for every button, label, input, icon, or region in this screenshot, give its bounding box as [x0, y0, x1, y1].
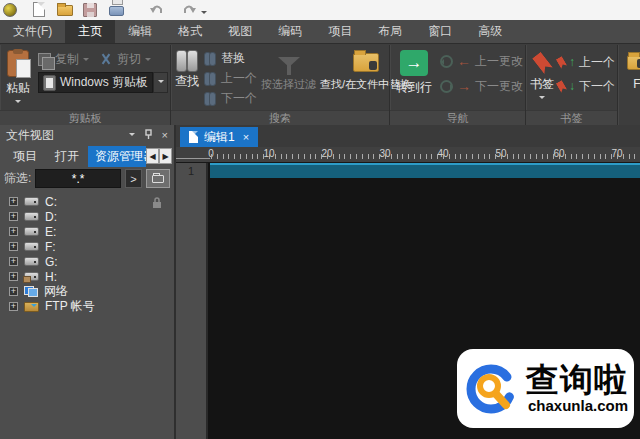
menu-home[interactable]: 主页 [65, 20, 115, 43]
drive-icon [24, 242, 39, 251]
tree-item-drive-e[interactable]: +E: [0, 224, 174, 239]
menu-format[interactable]: 格式 [165, 20, 215, 43]
tab-open[interactable]: 打开 [46, 146, 88, 167]
print-button[interactable] [109, 2, 125, 18]
ftp-folder-icon [24, 302, 39, 312]
find-in-files-icon [353, 53, 379, 72]
watermark-domain: chaxunla.com [528, 397, 628, 414]
prev-bookmark-button[interactable]: ↑ 上一个 [558, 53, 615, 71]
menu-file[interactable]: 文件(F) [0, 20, 65, 43]
open-file-button[interactable] [57, 2, 73, 18]
expand-icon[interactable]: + [9, 257, 18, 266]
tree-item-drive-h[interactable]: +H: [0, 269, 174, 284]
next-bookmark-icon [556, 79, 568, 92]
file-view-tabs: 项目 打开 资源管理器 ◀ ▶ [0, 146, 174, 166]
filter-apply-button[interactable]: > [125, 169, 142, 188]
line-number: 1 [188, 165, 194, 177]
close-panel-button[interactable]: × [162, 130, 168, 141]
explorer-tree: +C: +D: +E: +F: +G: +H: +网络 +FTP 帐号 [0, 191, 174, 439]
prev-change-arrow-icon: ← [457, 54, 471, 68]
search-group-label: 搜索 [171, 110, 389, 125]
next-change-button[interactable]: → 下一更改 [440, 77, 523, 95]
expand-icon[interactable]: + [9, 242, 18, 251]
filter-row: 筛选: > [0, 166, 174, 191]
save-icon [83, 3, 97, 17]
menu-encoding[interactable]: 编码 [265, 20, 315, 43]
prev-change-button[interactable]: ← 上一更改 [440, 52, 523, 70]
next-bookmark-button[interactable]: ↓ 下一个 [558, 77, 615, 95]
expand-icon[interactable]: + [9, 272, 18, 281]
clipboard-combo[interactable]: Windows 剪贴板 [38, 72, 153, 93]
save-button[interactable] [83, 2, 99, 18]
paste-button[interactable]: 粘贴 [4, 48, 32, 110]
filter-label: 筛选: [4, 170, 31, 187]
ruler-mark: 30 [379, 148, 390, 159]
browse-folder-button[interactable] [146, 169, 170, 188]
document-tab[interactable]: 编辑1 × [180, 127, 258, 147]
ruler-mark: 10 [263, 148, 274, 159]
find-prev-button[interactable]: 上一个 [203, 69, 257, 87]
clipboard-combo-dropdown[interactable] [153, 72, 168, 93]
expand-icon[interactable]: + [9, 287, 18, 296]
next-change-arrow-icon: → [457, 79, 471, 93]
menu-project[interactable]: 项目 [315, 20, 365, 43]
ribbon-group-ftp-partial: F [618, 45, 640, 125]
tab-scroll-right-button[interactable]: ▶ [159, 148, 172, 164]
undo-button[interactable] [149, 2, 165, 18]
tree-item-ftp-accounts[interactable]: +FTP 帐号 [0, 299, 174, 314]
redo-button[interactable] [181, 2, 197, 18]
ribbon-group-search: 查找 替换 上一个 下一个 按选择过滤 [171, 45, 390, 125]
new-file-icon [33, 2, 45, 17]
tab-scroll-left-button[interactable]: ◀ [146, 148, 159, 164]
paste-icon [7, 50, 29, 77]
find-next-button[interactable]: 下一个 [203, 89, 257, 107]
menu-view[interactable]: 视图 [215, 20, 265, 43]
copy-button[interactable]: 复制 [38, 50, 89, 68]
drive-icon [24, 212, 39, 221]
menu-window[interactable]: 窗口 [415, 20, 465, 43]
filter-by-selection-button[interactable]: 按选择过滤 [261, 48, 316, 110]
tree-item-drive-g[interactable]: +G: [0, 254, 174, 269]
pin-button[interactable] [144, 129, 153, 142]
file-view-header: 文件视图 × [0, 125, 174, 146]
ribbon-group-bookmarks: 书签 ↑ 上一个 ↓ 下一个 书签 [526, 45, 618, 125]
cut-button[interactable]: 剪切 [99, 50, 151, 68]
find-button[interactable]: 查找 [175, 48, 199, 110]
menubar: 文件(F) 主页 编辑 格式 视图 编码 项目 布局 窗口 高级 [0, 20, 640, 44]
menu-edit[interactable]: 编辑 [115, 20, 165, 43]
app-logo-icon [3, 3, 17, 17]
ftp-button[interactable]: F [622, 48, 640, 110]
redo-dropdown-caret[interactable] [201, 11, 207, 17]
browse-folder-icon [152, 175, 164, 183]
prev-bookmark-icon [556, 55, 568, 68]
clipboard-combo-label: Windows 剪贴板 [60, 74, 148, 91]
find-icon [175, 50, 199, 70]
expand-icon[interactable]: + [9, 227, 18, 236]
paste-label: 粘贴 [6, 80, 30, 97]
tab-explorer[interactable]: 资源管理器 [88, 146, 146, 167]
tree-item-network[interactable]: +网络 [0, 284, 174, 299]
tree-item-drive-d[interactable]: +D: [0, 209, 174, 224]
tab-project[interactable]: 项目 [4, 146, 46, 167]
tree-item-drive-f[interactable]: +F: [0, 239, 174, 254]
goto-line-button[interactable]: → 转到行 [394, 48, 434, 110]
new-file-button[interactable] [31, 2, 47, 18]
filter-input[interactable] [35, 169, 121, 188]
expand-icon[interactable]: + [9, 212, 18, 221]
expand-icon[interactable]: + [9, 302, 18, 311]
ruler-mark: 60 [553, 148, 564, 159]
menu-advanced[interactable]: 高级 [465, 20, 515, 43]
expand-icon[interactable]: + [9, 197, 18, 206]
tab-close-button[interactable]: × [243, 131, 249, 143]
bookmark-button[interactable]: 书签 [530, 48, 554, 110]
tree-label: C: [45, 195, 57, 209]
copy-label: 复制 [55, 51, 79, 68]
tree-label: FTP 帐号 [45, 298, 95, 315]
panel-menu-button[interactable] [129, 130, 135, 141]
document-tab-bar: 编辑1 × [176, 125, 640, 147]
tree-item-drive-c[interactable]: +C: [0, 194, 174, 209]
redo-icon [181, 2, 197, 18]
menu-layout[interactable]: 布局 [365, 20, 415, 43]
replace-button[interactable]: 替换 [203, 49, 257, 67]
nav-forward-icon [440, 80, 453, 93]
